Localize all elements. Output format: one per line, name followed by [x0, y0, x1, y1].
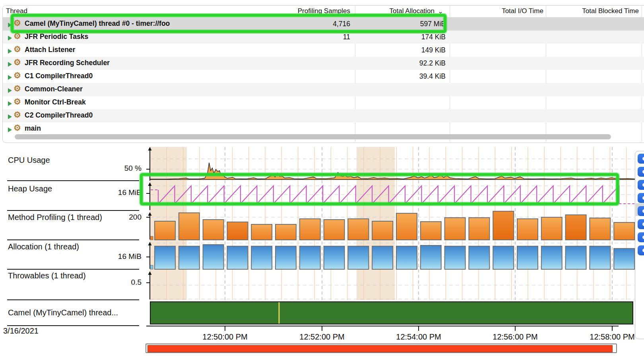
column-header-total-blocked-time[interactable]: Total Blocked Time [550, 7, 639, 15]
expand-triangle-icon[interactable] [8, 75, 12, 80]
time-axis-label: 12:52:00 PM [299, 332, 344, 342]
allocation-bar [541, 246, 562, 269]
total-allocation-value: 39.4 KiB [357, 72, 446, 81]
row-label-camel-thread: Camel (MyTinyCamel) thread... [8, 308, 131, 317]
column-header-thread[interactable]: Thread [6, 7, 27, 15]
method-profiling-bar [150, 236, 153, 240]
timeline-scrollbar-thumb[interactable] [147, 345, 613, 352]
total-allocation-value: 174 KiB [357, 33, 446, 41]
allocation-bar [445, 246, 466, 269]
thread-gear-icon: ⚙ [14, 110, 21, 120]
timeline-tool-button-1[interactable] [638, 154, 644, 164]
method-profiling-bar [275, 224, 296, 240]
allocation-bar [396, 246, 417, 269]
allocation-bar [566, 246, 586, 269]
column-header-profiling-samples[interactable]: Profiling Samples [253, 7, 350, 15]
expand-triangle-icon[interactable] [8, 88, 12, 93]
allocation-bar [493, 246, 514, 269]
timeline-tool-button-4[interactable] [638, 193, 644, 203]
row-divider [7, 269, 139, 270]
table-row[interactable]: ⚙C1 CompilerThread039.4 KiB [3, 70, 644, 83]
thread-gear-icon: ⚙ [14, 123, 21, 133]
thread-gear-icon: ⚙ [14, 44, 21, 54]
timeline-tool-button-6[interactable] [638, 219, 644, 229]
method-profiling-bar [251, 224, 272, 240]
allocation-bar [469, 246, 489, 269]
allocation-bar [227, 246, 248, 269]
sort-desc-icon[interactable]: ⌄ [438, 7, 446, 15]
expand-triangle-icon[interactable] [8, 101, 12, 106]
method-profiling-bar [445, 218, 466, 240]
method-profiling-bar [517, 219, 538, 240]
row-label-allocation: Allocation (1 thread) [8, 242, 131, 251]
allocation-bar [348, 246, 369, 269]
row-divider [7, 325, 139, 326]
expand-triangle-icon[interactable] [8, 127, 12, 132]
thread-gear-icon: ⚙ [14, 18, 21, 28]
thread-table-header: Thread Profiling Samples Total Allocatio… [3, 6, 644, 17]
method-profiling-bar [566, 215, 586, 240]
thread-name: Common-Cleaner [25, 85, 83, 93]
timeline-tool-button-3[interactable] [638, 180, 644, 190]
allocation-bar [590, 246, 610, 269]
profiling-samples-value: 11 [253, 33, 350, 41]
thread-name: Camel (MyTinyCamel) thread #0 - timer://… [25, 19, 170, 28]
table-row[interactable]: ⚙C2 CompilerThread0 [3, 109, 644, 122]
thread-gear-icon: ⚙ [14, 31, 21, 41]
thread-state-bar [150, 302, 633, 324]
allocation-bar [251, 246, 272, 269]
axis-tick-heap: 16 MiB [62, 188, 142, 197]
table-row[interactable]: ⚙JFR Periodic Tasks11174 KiB [3, 31, 644, 44]
time-axis-label: 12:56:00 PM [493, 332, 537, 342]
method-profiling-bar [421, 222, 441, 240]
expand-triangle-icon[interactable] [8, 36, 12, 41]
thread-name: C1 CompilerThread0 [25, 72, 93, 80]
allocation-bar [300, 246, 320, 269]
expand-triangle-icon[interactable] [8, 114, 12, 119]
thread-gear-icon: ⚙ [14, 97, 21, 106]
thread-name: JFR Periodic Tasks [25, 33, 88, 41]
method-profiling-bar [469, 218, 489, 240]
thread-name: Attach Listener [25, 46, 75, 54]
expand-triangle-icon[interactable] [8, 62, 12, 67]
table-horizontal-scrollbar[interactable] [15, 134, 611, 139]
time-axis-label: 12:58:00 PM [590, 332, 634, 342]
timeline-scrollbar-track[interactable] [145, 344, 617, 353]
allocation-bar [155, 246, 175, 269]
timeline-tool-button-8[interactable] [638, 245, 644, 255]
table-row[interactable]: ⚙main [3, 122, 644, 135]
allocation-bar [372, 246, 393, 269]
timeline-tool-button-7[interactable] [638, 232, 644, 242]
timeline-tool-button-2[interactable] [638, 167, 644, 177]
timeline-tools-panel [635, 151, 644, 339]
table-row[interactable]: ⚙Attach Listener149 KiB [3, 44, 644, 57]
thread-gear-icon: ⚙ [14, 58, 21, 67]
allocation-bar [179, 246, 200, 269]
method-profiling-bar [493, 211, 514, 240]
expand-triangle-icon[interactable] [8, 23, 12, 27]
axis-tick-allocation: 16 MiB [62, 252, 142, 261]
allocation-bar [275, 246, 296, 269]
allocation-bar [614, 249, 634, 269]
method-profiling-bar [614, 222, 634, 240]
row-label-cpu-usage: CPU Usage [8, 156, 131, 165]
table-row[interactable]: ⚙Monitor Ctrl-Break [3, 96, 644, 109]
thread-gear-icon: ⚙ [14, 71, 21, 80]
table-row[interactable]: ⚙JFR Recording Scheduler92.2 KiB [3, 57, 644, 70]
column-header-total-allocation[interactable]: Total Allocation [355, 7, 435, 15]
allocation-bar [150, 265, 153, 269]
column-header-total-io-time[interactable]: Total I/O Time [452, 7, 543, 15]
axis-tick-cpu: 50 % [62, 164, 142, 173]
timeline-date: 3/16/2021 [3, 326, 39, 336]
method-profiling-bar [300, 219, 320, 240]
table-row[interactable]: ⚙Common-Cleaner [3, 83, 644, 96]
thread-table-panel: Thread Profiling Samples Total Allocatio… [2, 5, 644, 143]
method-profiling-bar [179, 213, 200, 240]
table-row[interactable]: ⚙Camel (MyTinyCamel) thread #0 - timer:/… [3, 17, 644, 31]
thread-name: main [25, 124, 41, 133]
method-profiling-bar [155, 221, 175, 240]
allocation-bar [203, 245, 224, 269]
method-profiling-bar [396, 213, 417, 240]
timeline-tool-button-5[interactable] [638, 206, 644, 216]
expand-triangle-icon[interactable] [8, 49, 12, 54]
